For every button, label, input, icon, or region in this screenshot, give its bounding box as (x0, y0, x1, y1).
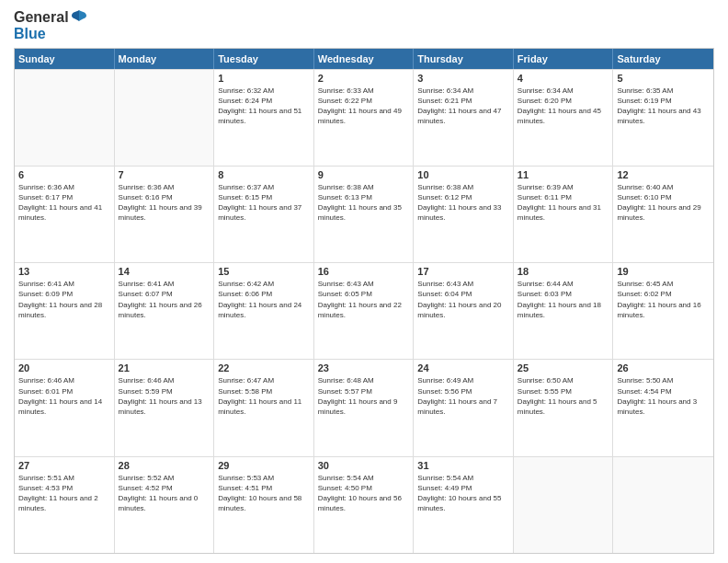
table-row (613, 457, 713, 553)
header: GeneralBlue (14, 9, 714, 42)
day-info: Sunrise: 6:41 AM Sunset: 6:09 PM Dayligh… (18, 279, 110, 320)
table-row: 5Sunrise: 6:35 AM Sunset: 6:19 PM Daylig… (613, 70, 713, 166)
day-number: 4 (518, 73, 609, 84)
table-row: 29Sunrise: 5:53 AM Sunset: 4:51 PM Dayli… (214, 457, 314, 553)
table-row: 26Sunrise: 5:50 AM Sunset: 4:54 PM Dayli… (613, 360, 713, 455)
day-info: Sunrise: 6:44 AM Sunset: 6:03 PM Dayligh… (518, 279, 609, 320)
day-number: 17 (417, 266, 509, 277)
day-info: Sunrise: 6:32 AM Sunset: 6:24 PM Dayligh… (218, 86, 310, 127)
day-info: Sunrise: 6:39 AM Sunset: 6:11 PM Dayligh… (518, 182, 609, 224)
day-number: 18 (518, 266, 609, 277)
day-info: Sunrise: 6:46 AM Sunset: 5:59 PM Dayligh… (119, 375, 210, 417)
logo: GeneralBlue (14, 9, 87, 42)
day-info: Sunrise: 6:36 AM Sunset: 6:17 PM Dayligh… (18, 182, 110, 224)
day-number: 27 (18, 460, 110, 471)
day-number: 23 (318, 362, 410, 373)
day-info: Sunrise: 6:49 AM Sunset: 5:56 PM Dayligh… (417, 375, 509, 417)
header-sunday: Sunday (15, 49, 115, 69)
day-number: 24 (417, 362, 509, 373)
day-number: 13 (18, 266, 110, 277)
day-info: Sunrise: 6:36 AM Sunset: 6:16 PM Dayligh… (119, 182, 210, 224)
day-number: 16 (318, 266, 410, 277)
table-row: 23Sunrise: 6:48 AM Sunset: 5:57 PM Dayli… (314, 360, 415, 455)
day-info: Sunrise: 5:52 AM Sunset: 4:52 PM Dayligh… (119, 473, 210, 514)
day-number: 3 (417, 73, 509, 84)
table-row: 10Sunrise: 6:38 AM Sunset: 6:12 PM Dayli… (414, 167, 514, 262)
table-row: 13Sunrise: 6:41 AM Sunset: 6:09 PM Dayli… (15, 263, 115, 359)
table-row: 31Sunrise: 5:54 AM Sunset: 4:49 PM Dayli… (414, 457, 514, 553)
day-info: Sunrise: 6:38 AM Sunset: 6:12 PM Dayligh… (417, 182, 509, 224)
day-number: 14 (119, 266, 210, 277)
table-row (115, 70, 215, 166)
day-number: 22 (218, 362, 310, 373)
day-number: 29 (218, 460, 310, 471)
header-thursday: Thursday (414, 49, 514, 69)
table-row: 18Sunrise: 6:44 AM Sunset: 6:03 PM Dayli… (514, 263, 614, 359)
table-row: 27Sunrise: 5:51 AM Sunset: 4:53 PM Dayli… (15, 457, 115, 553)
day-info: Sunrise: 6:45 AM Sunset: 6:02 PM Dayligh… (617, 279, 710, 320)
table-row: 11Sunrise: 6:39 AM Sunset: 6:11 PM Dayli… (514, 167, 614, 262)
day-info: Sunrise: 6:43 AM Sunset: 6:04 PM Dayligh… (417, 279, 509, 320)
day-info: Sunrise: 6:47 AM Sunset: 5:58 PM Dayligh… (218, 375, 310, 417)
header-wednesday: Wednesday (314, 49, 415, 69)
day-info: Sunrise: 6:33 AM Sunset: 6:22 PM Dayligh… (318, 86, 410, 127)
table-row: 15Sunrise: 6:42 AM Sunset: 6:06 PM Dayli… (214, 263, 314, 359)
header-tuesday: Tuesday (214, 49, 314, 69)
table-row: 3Sunrise: 6:34 AM Sunset: 6:21 PM Daylig… (414, 70, 514, 166)
day-info: Sunrise: 6:35 AM Sunset: 6:19 PM Dayligh… (617, 86, 710, 127)
table-row: 6Sunrise: 6:36 AM Sunset: 6:17 PM Daylig… (15, 167, 115, 262)
table-row: 25Sunrise: 6:50 AM Sunset: 5:55 PM Dayli… (514, 360, 614, 455)
day-number: 12 (617, 169, 710, 180)
day-number: 2 (318, 73, 410, 84)
calendar-body: 1Sunrise: 6:32 AM Sunset: 6:24 PM Daylig… (15, 69, 713, 553)
day-number: 7 (119, 169, 210, 180)
day-info: Sunrise: 5:54 AM Sunset: 4:50 PM Dayligh… (318, 473, 410, 514)
day-number: 9 (318, 169, 410, 180)
table-row: 9Sunrise: 6:38 AM Sunset: 6:13 PM Daylig… (314, 167, 415, 262)
calendar-row: 13Sunrise: 6:41 AM Sunset: 6:09 PM Dayli… (15, 262, 713, 359)
table-row: 8Sunrise: 6:37 AM Sunset: 6:15 PM Daylig… (214, 167, 314, 262)
table-row: 24Sunrise: 6:49 AM Sunset: 5:56 PM Dayli… (414, 360, 514, 455)
day-number: 19 (617, 266, 710, 277)
table-row: 14Sunrise: 6:41 AM Sunset: 6:07 PM Dayli… (115, 263, 215, 359)
logo-blue: Blue (14, 26, 46, 41)
table-row: 21Sunrise: 6:46 AM Sunset: 5:59 PM Dayli… (115, 360, 215, 455)
header-friday: Friday (514, 49, 614, 69)
table-row: 22Sunrise: 6:47 AM Sunset: 5:58 PM Dayli… (214, 360, 314, 455)
day-number: 5 (617, 73, 710, 84)
table-row (15, 70, 115, 166)
table-row: 1Sunrise: 6:32 AM Sunset: 6:24 PM Daylig… (214, 70, 314, 166)
day-number: 6 (18, 169, 110, 180)
day-number: 25 (518, 362, 609, 373)
day-info: Sunrise: 6:34 AM Sunset: 6:20 PM Dayligh… (518, 86, 609, 127)
day-number: 26 (617, 362, 710, 373)
table-row: 4Sunrise: 6:34 AM Sunset: 6:20 PM Daylig… (514, 70, 614, 166)
day-info: Sunrise: 6:38 AM Sunset: 6:13 PM Dayligh… (318, 182, 410, 224)
table-row: 19Sunrise: 6:45 AM Sunset: 6:02 PM Dayli… (613, 263, 713, 359)
day-info: Sunrise: 5:50 AM Sunset: 4:54 PM Dayligh… (617, 375, 710, 417)
day-info: Sunrise: 6:34 AM Sunset: 6:21 PM Dayligh… (417, 86, 509, 127)
table-row: 28Sunrise: 5:52 AM Sunset: 4:52 PM Dayli… (115, 457, 215, 553)
table-row: 16Sunrise: 6:43 AM Sunset: 6:05 PM Dayli… (314, 263, 415, 359)
day-info: Sunrise: 6:43 AM Sunset: 6:05 PM Dayligh… (318, 279, 410, 320)
calendar-row: 6Sunrise: 6:36 AM Sunset: 6:17 PM Daylig… (15, 166, 713, 262)
day-number: 11 (518, 169, 609, 180)
header-saturday: Saturday (613, 49, 713, 69)
logo-general: General (14, 9, 69, 26)
table-row: 2Sunrise: 6:33 AM Sunset: 6:22 PM Daylig… (314, 70, 415, 166)
day-number: 10 (417, 169, 509, 180)
calendar-row: 20Sunrise: 6:46 AM Sunset: 6:01 PM Dayli… (15, 359, 713, 455)
day-info: Sunrise: 6:40 AM Sunset: 6:10 PM Dayligh… (617, 182, 710, 224)
day-info: Sunrise: 6:48 AM Sunset: 5:57 PM Dayligh… (318, 375, 410, 417)
table-row: 7Sunrise: 6:36 AM Sunset: 6:16 PM Daylig… (115, 167, 215, 262)
day-number: 31 (417, 460, 509, 471)
calendar-row: 27Sunrise: 5:51 AM Sunset: 4:53 PM Dayli… (15, 456, 713, 553)
day-number: 15 (218, 266, 310, 277)
table-row: 17Sunrise: 6:43 AM Sunset: 6:04 PM Dayli… (414, 263, 514, 359)
day-number: 1 (218, 73, 310, 84)
table-row: 12Sunrise: 6:40 AM Sunset: 6:10 PM Dayli… (613, 167, 713, 262)
table-row: 30Sunrise: 5:54 AM Sunset: 4:50 PM Dayli… (314, 457, 415, 553)
day-info: Sunrise: 6:41 AM Sunset: 6:07 PM Dayligh… (119, 279, 210, 320)
day-number: 28 (119, 460, 210, 471)
table-row: 20Sunrise: 6:46 AM Sunset: 6:01 PM Dayli… (15, 360, 115, 455)
